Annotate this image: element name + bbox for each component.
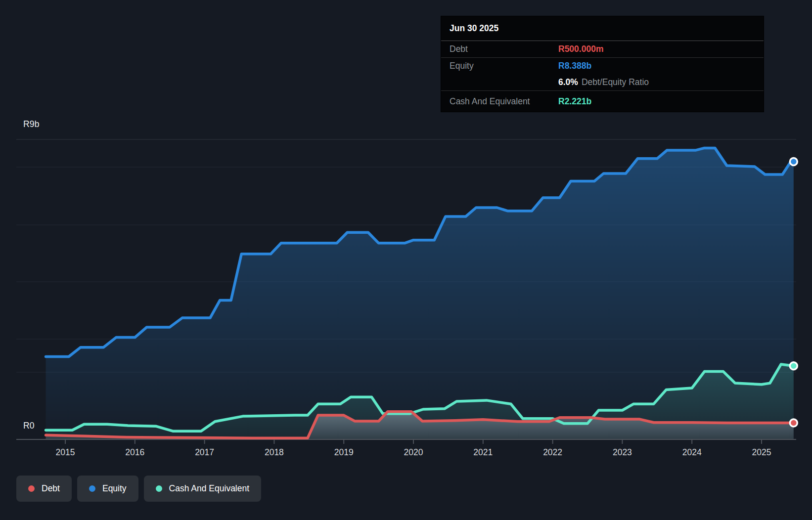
- debt-color-dot-icon: [28, 485, 35, 492]
- tooltip-ratio-value: 6.0%: [558, 77, 578, 87]
- equity-endpoint-dot: [790, 158, 797, 166]
- debt-endpoint-dot: [790, 419, 797, 427]
- tooltip-cash-row: Cash And Equivalent R2.221b: [441, 91, 764, 112]
- tooltip-ratio-row: 6.0%Debt/Equity Ratio: [441, 74, 764, 91]
- x-tick-label: 2019: [334, 447, 354, 457]
- tooltip-debt-value: R500.000m: [558, 44, 603, 54]
- x-tick-label: 2017: [195, 447, 214, 457]
- x-tick-label: 2016: [125, 447, 144, 457]
- tooltip-equity-label: Equity: [450, 61, 558, 71]
- x-tick-label: 2025: [752, 447, 771, 457]
- x-tick-label: 2020: [404, 447, 423, 457]
- cash-color-dot-icon: [156, 485, 162, 492]
- tooltip-date: Jun 30 2025: [441, 16, 764, 41]
- y-axis-max-label: R9b: [23, 119, 40, 130]
- chart-tooltip: Jun 30 2025 Debt R500.000m Equity R8.388…: [441, 16, 764, 112]
- tooltip-debt-row: Debt R500.000m: [441, 41, 764, 58]
- y-axis-zero-label: R0: [23, 421, 35, 431]
- chart-legend: Debt Equity Cash And Equivalent: [16, 476, 261, 502]
- x-tick-label: 2021: [473, 447, 493, 457]
- legend-item-debt[interactable]: Debt: [16, 476, 72, 502]
- x-tick-label: 2015: [56, 447, 75, 457]
- tooltip-equity-row: Equity R8.388b: [441, 58, 764, 74]
- x-tick-label: 2024: [682, 447, 702, 457]
- legend-item-cash[interactable]: Cash And Equivalent: [144, 476, 261, 502]
- x-tick-label: 2022: [543, 447, 562, 457]
- debt-equity-history-panel: 2015201620172018201920202021202220232024…: [0, 0, 812, 520]
- tooltip-equity-value: R8.388b: [558, 61, 591, 71]
- legend-cash-label: Cash And Equivalent: [169, 483, 249, 494]
- legend-equity-label: Equity: [102, 483, 127, 494]
- legend-debt-label: Debt: [42, 483, 60, 494]
- tooltip-debt-label: Debt: [450, 44, 558, 54]
- x-tick-label: 2018: [265, 447, 284, 457]
- equity-color-dot-icon: [89, 485, 95, 492]
- legend-item-equity[interactable]: Equity: [77, 476, 138, 502]
- x-tick-label: 2023: [613, 447, 632, 457]
- tooltip-ratio-label: Debt/Equity Ratio: [582, 77, 649, 87]
- tooltip-cash-label: Cash And Equivalent: [450, 96, 558, 107]
- tooltip-cash-value: R2.221b: [558, 96, 591, 107]
- cash-and-equivalent-endpoint-dot: [790, 362, 797, 370]
